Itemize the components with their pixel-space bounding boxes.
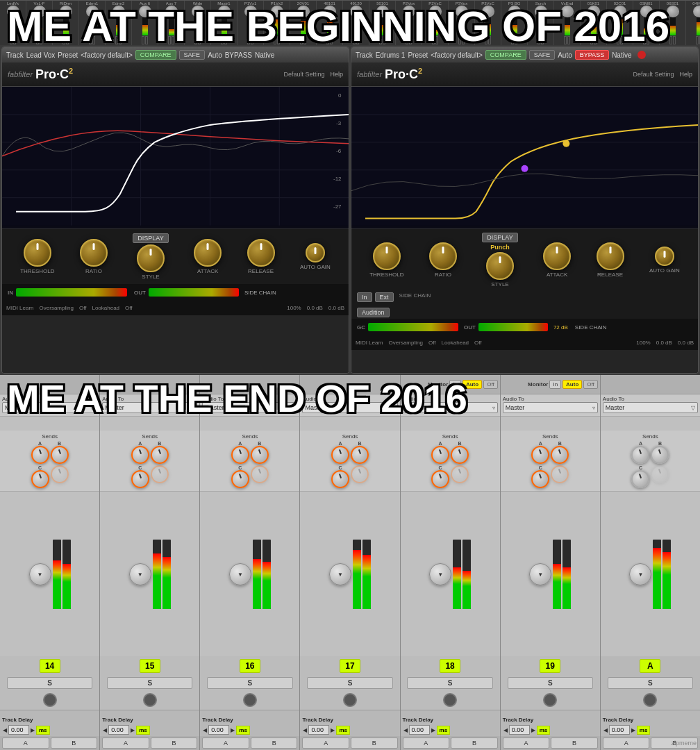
display-btn-right[interactable]: DISPLAY [482, 233, 517, 242]
send-a-knob-18[interactable] [431, 446, 449, 464]
send-b-knob-16[interactable] [251, 446, 269, 464]
send-c-knob-16[interactable] [231, 470, 249, 488]
percent-right: 100% [636, 340, 650, 346]
s-button-17[interactable]: S [307, 677, 392, 689]
ratio-knob-right[interactable] [429, 242, 457, 270]
threshold-knob[interactable] [24, 239, 51, 267]
strip-knob-04M01[interactable] [693, 6, 701, 17]
volume-knob-17[interactable] [329, 563, 351, 585]
in-btn-right[interactable]: In [357, 292, 372, 302]
auto-btn-19[interactable]: Auto [562, 380, 582, 389]
rec-button-15[interactable] [143, 693, 157, 707]
b-btn-14[interactable]: B [51, 738, 98, 749]
b-btn-19[interactable]: B [551, 738, 598, 749]
b-btn-17[interactable]: B [351, 738, 398, 749]
display-btn-group: DISPLAY STYLE [133, 233, 168, 280]
ch-number-19: 19 [540, 659, 560, 673]
fader-section-15 [100, 492, 199, 656]
send-b-knob-17[interactable] [351, 446, 369, 464]
attack-knob-right[interactable] [543, 242, 571, 270]
a-btn-14[interactable]: A [2, 738, 49, 749]
send-b-knob-18[interactable] [451, 446, 469, 464]
autogain-knob[interactable] [306, 243, 325, 262]
release-knob-right[interactable] [597, 242, 624, 270]
send-c-knob-17[interactable] [331, 470, 349, 488]
s-button-16[interactable]: S [207, 677, 292, 689]
send-c-label-14: C [38, 465, 42, 470]
fader-section-19 [501, 492, 600, 656]
send-c-knob-18[interactable] [431, 470, 449, 488]
release-knob[interactable] [247, 239, 275, 267]
send-c-knob-19[interactable] [531, 470, 549, 488]
volume-knob-19[interactable] [529, 563, 551, 585]
threshold-knob-right[interactable] [373, 242, 401, 270]
send-a-knob-15[interactable] [131, 446, 149, 464]
style-label: STYLE [142, 274, 159, 280]
s-button-15[interactable]: S [107, 677, 192, 689]
send-c-knob-A[interactable] [631, 470, 649, 488]
svg-text:-12: -12 [333, 176, 342, 182]
delay-value-14: 0.00 [8, 725, 29, 735]
midi-learn-right[interactable]: MIDI Learn [356, 340, 383, 346]
attack-knob[interactable] [194, 239, 222, 267]
s-button-19[interactable]: S [508, 677, 593, 689]
ratio-knob[interactable] [80, 239, 108, 267]
display-btn-left[interactable]: DISPLAY [133, 233, 168, 243]
b-btn-16[interactable]: B [251, 738, 298, 749]
send-a-knob-14[interactable] [31, 446, 49, 464]
send-b-knob-15[interactable] [151, 446, 169, 464]
in-btn-19[interactable]: In [549, 380, 561, 389]
a-btn-15[interactable]: A [102, 738, 149, 749]
volume-knob-15[interactable] [129, 563, 151, 585]
factory-default-left: <factory default> [81, 51, 133, 59]
audition-btn-right[interactable]: Audition [357, 308, 390, 317]
midi-learn-left[interactable]: MIDI Learn [6, 305, 34, 311]
rec-button-17[interactable] [343, 693, 357, 707]
help-left: Help [330, 71, 343, 78]
rec-button-A[interactable] [643, 693, 657, 707]
s-button-18[interactable]: S [407, 677, 492, 689]
b-btn-15[interactable]: B [151, 738, 198, 749]
volume-knob-14[interactable] [29, 563, 51, 585]
ext-btn-right[interactable]: Ext [375, 292, 394, 302]
send-b-knob-A[interactable] [651, 446, 669, 464]
s-button-14[interactable]: S [7, 677, 92, 689]
volume-knob-A[interactable] [629, 563, 651, 585]
off-btn-18[interactable]: Off [483, 380, 498, 389]
a-btn-18[interactable]: A [403, 738, 450, 749]
send-a-knob-A[interactable] [631, 446, 649, 464]
style-knob[interactable] [137, 244, 165, 272]
delay-arrow-left-14[interactable]: ◀ [2, 727, 8, 733]
send-c-knob-14[interactable] [31, 470, 49, 488]
ab-row-19: A B [501, 736, 600, 750]
a-btn-17[interactable]: A [302, 738, 349, 749]
delay-arrow-right-14[interactable]: ▶ [30, 727, 35, 733]
off-btn-19[interactable]: Off [583, 380, 598, 389]
ff-knobs-row-left: THRESHOLD RATIO DISPLAY STYLE [2, 228, 349, 284]
a-btn-19[interactable]: A [503, 738, 550, 749]
a-btn-A[interactable]: A [603, 738, 650, 749]
rec-button-19[interactable] [543, 693, 557, 707]
send-b-knob-19[interactable] [551, 446, 569, 464]
a-btn-16[interactable]: A [202, 738, 249, 749]
autogain-label-right: AUTO GAIN [649, 267, 680, 274]
rec-button-14[interactable] [43, 693, 57, 707]
svg-text:-6: -6 [336, 148, 342, 154]
strip-ch-04M01[interactable]: 04M01 [686, 1, 700, 45]
rec-button-18[interactable] [443, 693, 457, 707]
send-a-knob-19[interactable] [531, 446, 549, 464]
autogain-knob-right[interactable] [655, 247, 674, 266]
s-button-A[interactable]: S [608, 677, 693, 689]
send-a-knob-17[interactable] [331, 446, 349, 464]
send-c-knob-15[interactable] [131, 470, 149, 488]
audio-to-select-A[interactable]: Master ▽ [603, 402, 698, 413]
rec-button-16[interactable] [243, 693, 257, 707]
volume-knob-16[interactable] [229, 563, 251, 585]
release-label-right: RELEASE [597, 272, 623, 278]
send-b-knob-14[interactable] [51, 446, 69, 464]
style-knob-right[interactable] [486, 252, 514, 280]
send-a-knob-16[interactable] [231, 446, 249, 464]
volume-knob-18[interactable] [429, 563, 451, 585]
audio-to-select-19[interactable]: Master ▿ [503, 402, 598, 413]
b-btn-18[interactable]: B [451, 738, 498, 749]
